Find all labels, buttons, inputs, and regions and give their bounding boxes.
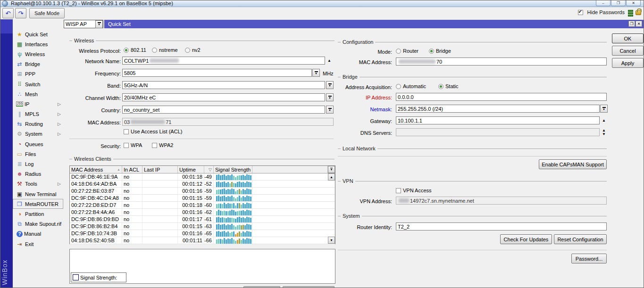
dns-servers-input[interactable] <box>396 128 600 136</box>
redo-icon[interactable]: ↷ <box>15 8 26 18</box>
channel-width-dropdown-icon[interactable]: ▼ <box>326 93 334 101</box>
gateway-up-icon[interactable]: ▲ <box>602 119 606 123</box>
router-identity-input[interactable]: T2_2 <box>396 222 607 230</box>
sidebar-item-routing[interactable]: ⇆Routing▷ <box>13 119 63 129</box>
frequency-input[interactable]: 5805 <box>122 69 312 77</box>
sidebar-item-files[interactable]: ▭Files <box>13 149 63 159</box>
table-row[interactable]: 04:18:D6:64:AD:BAno00:01:12-52 <box>70 181 335 188</box>
table-row[interactable]: DC:9F:DB:86:D9:BDno00:01:17-61 <box>70 216 335 223</box>
password-button[interactable]: Password... <box>571 254 607 263</box>
radio-mode-bridge[interactable]: Bridge <box>429 48 451 54</box>
quickset-mode-select[interactable]: WISP AP ▼ <box>64 20 103 28</box>
radio-protocol-80211[interactable]: 802.11 <box>124 47 146 53</box>
enable-capsman-button[interactable]: Enable CAPsMAN Support <box>539 159 607 169</box>
maximize-icon[interactable]: ❐ <box>611 0 626 6</box>
col-in-acl[interactable]: In ACL <box>122 166 142 173</box>
winbox-app-icon <box>2 0 8 7</box>
table-row[interactable]: 00:27:22:D8:ED:D7no00:01:18-60 <box>70 202 335 209</box>
network-name-input[interactable]: COLTWP1 <box>122 57 325 65</box>
close-icon[interactable]: ✕ <box>636 21 642 27</box>
sidebar-item-exit[interactable]: ⇥Exit <box>13 239 63 249</box>
spin-up-icon[interactable]: ▲ <box>327 59 331 63</box>
scroll-down-icon[interactable]: ▼ <box>328 237 335 244</box>
routing-icon: ⇆ <box>16 121 24 127</box>
table-row[interactable]: 00:27:22:B4:4A:A6no00:01:16-62 <box>70 209 335 216</box>
sidebar-item-queues[interactable]: ◔Queues <box>13 139 63 149</box>
table-row[interactable]: DC:9F:DB:86:B2:B4no00:01:15-63 <box>70 223 335 230</box>
check-for-updates-button[interactable]: Check For Updates <box>500 234 552 244</box>
col-signal-strength[interactable]: Signal Strength <box>214 166 252 173</box>
sidebar-item-manual[interactable]: ?Manual <box>13 229 63 239</box>
sidebar-item-switch[interactable]: ⠿Switch <box>13 79 63 89</box>
sidebar-item-mpls[interactable]: ∥MPLS▷ <box>13 109 63 119</box>
radio-acquisition-automatic[interactable]: Automatic <box>396 83 426 89</box>
safe-mode-button[interactable]: Safe Mode <box>29 8 65 18</box>
country-dropdown-icon[interactable]: ▼ <box>326 106 334 114</box>
dns-spin-icons[interactable]: ▲▼ <box>602 129 606 136</box>
wpa-checkbox[interactable]: WPA <box>124 142 142 148</box>
col-mac-address[interactable]: MAC Address▲ <box>70 166 122 173</box>
minimize-icon[interactable]: – <box>596 0 611 6</box>
sidebar-item-new-terminal[interactable]: ▣New Terminal <box>13 189 63 199</box>
restore-icon[interactable]: ❐ <box>628 21 635 27</box>
sidebar-item-ppp[interactable]: ⊞PPP <box>13 69 63 79</box>
quickset-window-titlebar[interactable]: Quick Set <box>104 20 644 28</box>
sidebar-item-make-supout-rif[interactable]: ⧉Make Supout.rif <box>13 219 63 229</box>
country-input[interactable]: no_country_set <box>122 106 325 114</box>
col-signal-sort[interactable]: ▽ <box>204 166 214 173</box>
window-titlebar[interactable]: Raphael@10.100.1.3 (T2_2) - WinBox v6.29… <box>0 0 644 7</box>
radio-acquisition-static[interactable]: Static <box>438 83 459 89</box>
table-dropdown-icon[interactable]: ▼ <box>328 166 335 173</box>
radio-protocol-nstreme[interactable]: nstreme <box>152 47 178 53</box>
sidebar-item-ip[interactable]: 255IP▷ <box>13 99 63 109</box>
wireless-clients-table[interactable]: MAC Address▲ In ACL Last IP Uptime ▽ Sig… <box>69 165 335 244</box>
cutoff-button-right[interactable] <box>283 286 335 288</box>
signal-strength-legend: Signal Strength: <box>71 272 126 282</box>
cancel-button[interactable]: Cancel <box>612 46 644 56</box>
netmask-input[interactable]: 255.255.255.0 (/24) <box>396 105 600 113</box>
sidebar-item-tools[interactable]: ⚒Tools▷ <box>13 179 63 189</box>
sidebar-item-partition[interactable]: ◑Partition <box>13 209 63 219</box>
sidebar-item-log[interactable]: ≣Log <box>13 159 63 169</box>
sidebar-item-quick-set[interactable]: ★Quick Set <box>13 29 63 39</box>
col-last-ip[interactable]: Last IP <box>142 166 178 173</box>
band-dropdown-icon[interactable]: ▼ <box>326 81 334 89</box>
sidebar-item-mesh[interactable]: ∴Mesh <box>13 89 63 99</box>
vpn-access-checkbox[interactable]: VPN Access <box>396 188 432 193</box>
client-in-acl: no <box>122 195 142 201</box>
ip-address-input[interactable]: 0.0.0.0 <box>396 93 607 101</box>
table-row[interactable]: 00:27:22:BE:03:87no00:01:16-59 <box>70 188 335 195</box>
hide-passwords-toggle[interactable]: Hide Passwords <box>578 9 625 15</box>
radio-mode-router[interactable]: Router <box>396 48 418 54</box>
frequency-dropdown-icon[interactable]: ▼ <box>312 69 320 77</box>
sidebar-item-system[interactable]: ⚙System▷ <box>13 129 63 139</box>
use-access-list-checkbox[interactable]: Use Access List (ACL) <box>124 129 182 134</box>
table-row[interactable]: 04:18:D6:52:40:5Bno00:01:11-66 <box>70 237 335 244</box>
apply-button[interactable]: Apply <box>612 58 644 68</box>
gateway-input[interactable]: 10.100.1.1 <box>396 116 600 124</box>
radio-protocol-nv2[interactable]: nv2 <box>185 47 201 53</box>
table-row[interactable]: DC:9F:DB:4C:D4:A8no00:01:15-59 <box>70 195 335 202</box>
chevron-down-icon[interactable]: ▼ <box>95 20 103 28</box>
scroll-up-icon[interactable]: ▲ <box>328 173 335 181</box>
channel-width-input[interactable]: 20/40MHz eC <box>122 93 325 101</box>
hide-passwords-label: Hide Passwords <box>587 9 625 15</box>
reset-configuration-button[interactable]: Reset Configuration <box>554 234 607 244</box>
netmask-dropdown-icon[interactable]: ▼ <box>600 105 608 113</box>
config-mac-input[interactable]: 70 <box>396 58 607 66</box>
sidebar-item-wireless[interactable]: ψWireless <box>13 49 63 59</box>
undo-icon[interactable]: ↶ <box>2 8 14 18</box>
sidebar-item-metarouter[interactable]: ❒MetaROUTER <box>13 199 63 209</box>
sidebar-item-radius[interactable]: ☻Radius <box>13 169 63 179</box>
band-input[interactable]: 5GHz-A/N <box>122 81 325 89</box>
sidebar-item-bridge[interactable]: ⇄Bridge <box>13 59 63 69</box>
table-row[interactable]: DC:9F:DB:10:74:3Bno00:01:16-65 <box>70 230 335 237</box>
cutoff-button-left[interactable] <box>243 286 280 288</box>
hide-passwords-checkbox[interactable] <box>578 10 583 15</box>
wpa2-checkbox[interactable]: WPA2 <box>152 142 173 148</box>
table-row[interactable]: DC:9F:DB:46:1E:9Ano00:01:18-49 <box>70 173 335 181</box>
col-uptime[interactable]: Uptime <box>178 166 204 173</box>
ok-button[interactable]: OK <box>612 33 644 43</box>
close-icon[interactable]: ✕ <box>626 0 641 6</box>
sidebar-item-interfaces[interactable]: ▦Interfaces <box>13 39 63 49</box>
